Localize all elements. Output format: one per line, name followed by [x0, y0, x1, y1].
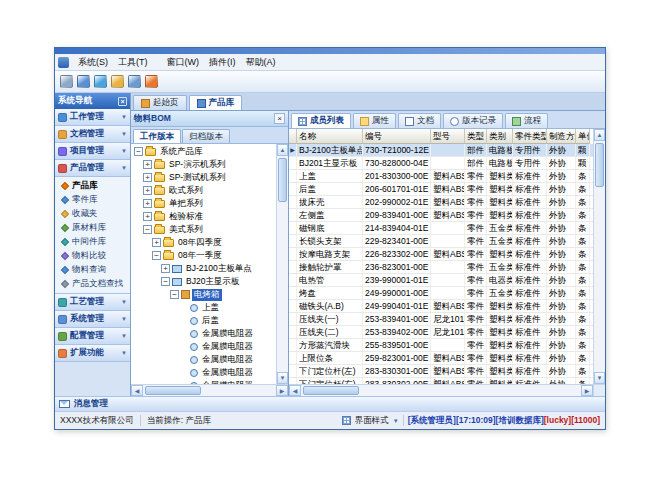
tree-node[interactable]: +08年四季度 [131, 236, 276, 249]
table-row[interactable]: ▶BJ-2100主板单点730-T21000-12E部件电路板专用件外协颗 [289, 144, 593, 157]
tree-node[interactable]: −系统产品库 [131, 145, 276, 158]
tree-node[interactable]: +欧式系列 [131, 184, 276, 197]
tree-node[interactable]: +SP-测试机系列 [131, 171, 276, 184]
scroll-thumb[interactable] [595, 143, 604, 187]
nav-group[interactable]: 系统管理▼ [55, 311, 130, 328]
tree-node[interactable]: 上盖 [131, 301, 276, 314]
panel-tab[interactable]: 属性 [353, 113, 396, 128]
tree-node[interactable]: 金属膜电阻器 [131, 340, 276, 353]
column-header[interactable]: 名称 [297, 129, 363, 144]
scroll-track[interactable] [277, 156, 288, 372]
menu-item[interactable]: 帮助(A) [241, 55, 281, 70]
nav-item[interactable]: 中间件库 [55, 235, 130, 249]
message-panel-header[interactable]: 消息管理 [55, 396, 605, 411]
nav-group[interactable]: 配置管理▼ [55, 328, 130, 345]
scroll-up-icon[interactable]: ▲ [277, 144, 288, 156]
tree-node[interactable]: +检验标准 [131, 210, 276, 223]
panel-tab[interactable]: 版本记录 [443, 113, 503, 128]
document-tab[interactable]: 产品库 [189, 95, 243, 110]
scroll-up-icon[interactable]: ▲ [594, 129, 605, 141]
nav-group[interactable]: 文档管理▼ [55, 126, 130, 143]
nav-group[interactable]: 扩展功能▼ [55, 345, 130, 362]
tree-node[interactable]: 金属膜电阻器 [131, 327, 276, 340]
scroll-track[interactable] [301, 385, 581, 396]
scroll-track[interactable] [143, 385, 276, 396]
version-tab[interactable]: 归档版本 [182, 129, 230, 143]
help-icon[interactable] [128, 75, 141, 88]
tree-vertical-scrollbar[interactable]: ▲ ▼ [276, 144, 288, 384]
table-row[interactable]: 上限位条259-823001-00E塑料ABS零件塑料类标准件外协条 [289, 352, 593, 365]
table-vertical-scrollbar[interactable]: ▲ ▼ [593, 129, 605, 384]
refresh-icon[interactable] [77, 75, 90, 88]
expander-icon[interactable]: − [143, 225, 152, 234]
scroll-down-icon[interactable]: ▼ [594, 372, 605, 384]
exit-icon[interactable] [145, 75, 158, 88]
nav-item[interactable]: 产品文档查找 [55, 277, 130, 291]
tree-node[interactable]: −08年一季度 [131, 249, 276, 262]
settings-icon[interactable] [111, 75, 124, 88]
tree-node[interactable]: +单把系列 [131, 197, 276, 210]
table-row[interactable]: BJ201主显示板730-828000-04E部件电路板专用件外协颗 [289, 157, 593, 170]
column-header[interactable]: 编号 [363, 129, 431, 144]
scroll-thumb[interactable] [145, 386, 201, 395]
expander-icon[interactable]: + [152, 238, 161, 247]
navigate-icon[interactable] [60, 75, 73, 88]
table-row[interactable]: 压线夹(二)253-839402-00E尼龙1010零件塑料类标准件外协条 [289, 326, 593, 339]
expander-icon[interactable]: + [143, 160, 152, 169]
nav-item[interactable]: 零件库 [55, 193, 130, 207]
panel-tab[interactable]: 成员列表 [291, 113, 351, 128]
tree-horizontal-scrollbar[interactable]: ◀ ▶ [131, 384, 288, 396]
table-row[interactable]: 拔床壳202-990002-01E塑料ABS零件塑料类标准件外协条 [289, 196, 593, 209]
scroll-right-icon[interactable]: ▶ [581, 385, 593, 396]
expander-icon[interactable]: + [143, 186, 152, 195]
nav-group[interactable]: 产品管理▼ [55, 160, 130, 177]
panel-tab[interactable]: 流程 [505, 113, 548, 128]
panel-tab[interactable]: 文档 [398, 113, 441, 128]
scroll-left-icon[interactable]: ◀ [131, 385, 143, 396]
expander-icon[interactable]: − [134, 147, 143, 156]
scroll-right-icon[interactable]: ▶ [276, 385, 288, 396]
nav-group[interactable]: 工艺管理▼ [55, 294, 130, 311]
column-header[interactable]: 制造方式 [547, 129, 576, 144]
tree-node[interactable]: +BJ-2100主板单点 [131, 262, 276, 275]
tree-node[interactable]: 后盖 [131, 314, 276, 327]
nav-item[interactable]: 物料查询 [55, 263, 130, 277]
table-row[interactable]: 上盖201-830300-00E塑料ABS零件塑料类标准件外协条 [289, 170, 593, 183]
table-row[interactable]: 方形蒸汽滑块255-839501-00E零件塑料类标准件外协条 [289, 339, 593, 352]
tree-node[interactable]: 金属膜电阻器 [131, 353, 276, 366]
expander-icon[interactable]: + [143, 173, 152, 182]
tree-node[interactable]: 金属膜电阻器 [131, 366, 276, 379]
scroll-thumb[interactable] [278, 158, 287, 202]
menu-item[interactable]: 系统(S) [73, 55, 113, 70]
table-row[interactable]: 磁铁头(A.B)249-990401-01E塑料ABS零件塑料类标准件外协条 [289, 300, 593, 313]
nav-item[interactable]: 收藏夹 [55, 207, 130, 221]
column-header[interactable]: 型号 [431, 129, 465, 144]
column-header[interactable]: 类型 [465, 129, 487, 144]
chevron-down-icon[interactable]: ▼ [393, 418, 399, 424]
expander-icon[interactable]: + [143, 212, 152, 221]
scroll-track[interactable] [594, 141, 605, 372]
expander-icon[interactable]: − [161, 277, 170, 286]
tree-node[interactable]: −电烤箱 [131, 288, 276, 301]
nav-item[interactable]: 产品库 [55, 179, 130, 193]
scroll-left-icon[interactable]: ◀ [289, 385, 301, 396]
tree-node[interactable]: −BJ20主显示板 [131, 275, 276, 288]
table-row[interactable]: 后盖206-601701-01E塑料ABS零件塑料类标准件外协条 [289, 183, 593, 196]
column-header[interactable]: 类别 [487, 129, 513, 144]
bom-close-icon[interactable]: × [274, 113, 285, 124]
table-row[interactable]: 左侧盖209-839401-00E塑料ABS零件塑料类标准件外协条 [289, 209, 593, 222]
table-horizontal-scrollbar[interactable]: ◀ ▶ [289, 384, 593, 396]
tree-node[interactable]: −美式系列 [131, 223, 276, 236]
expander-icon[interactable]: + [161, 264, 170, 273]
table-row[interactable]: 磁钢底214-839404-01E零件五金类标准件外协条 [289, 222, 593, 235]
favorites-icon[interactable] [94, 75, 107, 88]
version-tab[interactable]: 工作版本 [133, 129, 181, 143]
expander-icon[interactable]: − [170, 290, 179, 299]
menu-item[interactable]: 工具(T) [113, 55, 153, 70]
sidebar-close-icon[interactable]: × [118, 97, 127, 106]
nav-group[interactable]: 工作管理▼ [55, 109, 130, 126]
column-header[interactable]: 单位 [576, 129, 590, 144]
document-tab[interactable]: 起始页 [133, 95, 187, 110]
expander-icon[interactable]: − [152, 251, 161, 260]
expander-icon[interactable]: + [143, 199, 152, 208]
